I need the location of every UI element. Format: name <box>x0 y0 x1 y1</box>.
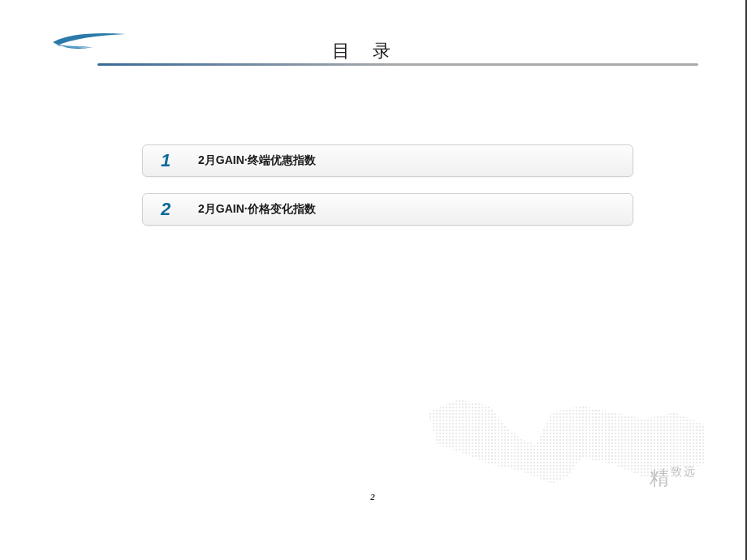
toc-number: 2 <box>161 199 190 220</box>
toc-item-2: 2 2月GAIN·价格变化指数 <box>142 193 633 226</box>
watermark-suffix: 致远 <box>671 466 697 478</box>
page-title: 目录 <box>0 39 745 63</box>
toc-number: 1 <box>161 150 190 171</box>
page-number: 2 <box>0 492 745 502</box>
toc-list: 1 2月GAIN·终端优惠指数 2 2月GAIN·价格变化指数 <box>142 144 633 242</box>
toc-label: 2月GAIN·价格变化指数 <box>198 202 316 217</box>
watermark-logo: 精致远 <box>650 465 697 491</box>
title-divider <box>97 63 698 66</box>
slide-page: 目录 1 2月GAIN·终端优惠指数 2 2月GAIN·价格变化指数 精致远 2 <box>0 0 747 560</box>
toc-item-1: 1 2月GAIN·终端优惠指数 <box>142 144 633 177</box>
toc-label: 2月GAIN·终端优惠指数 <box>198 153 316 168</box>
watermark-main: 精 <box>650 467 671 489</box>
